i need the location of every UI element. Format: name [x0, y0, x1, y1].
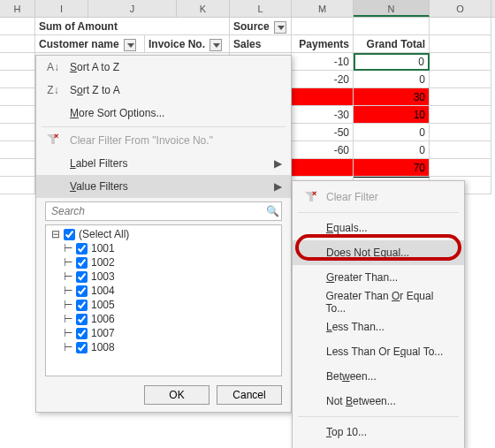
- filter-less-than-or-equal[interactable]: Less Than Or Equal To...: [293, 339, 464, 364]
- source-filter-dropdown[interactable]: [274, 21, 286, 34]
- table-cell[interactable]: -10: [292, 53, 354, 71]
- col-o[interactable]: O: [430, 0, 491, 17]
- filter-less-than[interactable]: Less Than...: [293, 315, 464, 339]
- filter-checklist[interactable]: ⊟ (Select All) ⊢1001 ⊢1002 ⊢1003 ⊢1004 ⊢…: [45, 224, 282, 376]
- col-h[interactable]: H: [0, 0, 35, 17]
- list-item[interactable]: ⊢1003: [46, 270, 281, 284]
- search-box[interactable]: 🔍: [45, 201, 282, 221]
- table-cell[interactable]: -50: [292, 124, 354, 141]
- list-item[interactable]: ⊢1008: [46, 340, 281, 354]
- table-cell[interactable]: 0: [354, 71, 430, 88]
- cancel-button[interactable]: Cancel: [217, 385, 282, 405]
- filter-greater-than[interactable]: Greater Than...: [293, 265, 464, 290]
- filter-does-not-equal[interactable]: Does Not Equal...: [293, 240, 464, 265]
- sort-z-to-a[interactable]: Z↓ Sort Z to A: [36, 79, 291, 102]
- source-label: Source: [230, 18, 292, 35]
- customer-name-label: Customer name: [35, 35, 145, 53]
- label-filters[interactable]: Label Filters ▶: [36, 152, 291, 175]
- filter-menu: A↓ Sort A to Z Z↓ Sort Z to A More Sort …: [35, 55, 292, 413]
- chevron-right-icon: ▶: [274, 180, 282, 193]
- col-n[interactable]: N: [354, 0, 430, 17]
- payments-header: Payments: [292, 35, 354, 53]
- clear-funnel-icon: ×: [47, 134, 59, 145]
- col-l[interactable]: L: [230, 0, 292, 17]
- filter-not-between[interactable]: Not Between...: [293, 389, 464, 414]
- sum-of-amount-label: Sum of Amount: [35, 18, 230, 35]
- select-all-row[interactable]: ⊟ (Select All): [46, 227, 281, 241]
- filter-equals[interactable]: Equals...: [293, 216, 464, 240]
- col-j[interactable]: J: [88, 0, 177, 17]
- table-cell[interactable]: 0: [354, 124, 430, 141]
- customer-filter-dropdown[interactable]: [124, 39, 136, 51]
- col-k[interactable]: K: [177, 0, 230, 17]
- sales-header: Sales: [230, 35, 292, 53]
- list-item[interactable]: ⊢1007: [46, 326, 281, 340]
- sort-a-to-z[interactable]: A↓ Sort A to Z: [36, 56, 291, 79]
- table-cell[interactable]: -30: [292, 106, 354, 124]
- column-headers: H I J K L M N O: [0, 0, 495, 18]
- sort-asc-icon: A↓: [45, 61, 61, 73]
- select-all-checkbox[interactable]: [64, 229, 75, 240]
- clear-filter: × Clear Filter: [293, 185, 464, 209]
- chevron-right-icon: ▶: [274, 157, 282, 170]
- more-sort-options[interactable]: More Sort Options...: [36, 102, 291, 125]
- invoice-no-label: Invoice No.: [145, 35, 230, 53]
- search-input[interactable]: [46, 205, 263, 217]
- clear-filter-from: × Clear Filter From "Invoice No.": [36, 129, 291, 152]
- list-item[interactable]: ⊢1002: [46, 255, 281, 270]
- table-cell[interactable]: [292, 88, 354, 106]
- table-cell[interactable]: 10: [354, 106, 430, 124]
- table-cell[interactable]: 0: [354, 141, 430, 159]
- list-item[interactable]: ⊢1004: [46, 284, 281, 298]
- ok-button[interactable]: OK: [144, 385, 209, 405]
- sort-desc-icon: Z↓: [45, 84, 61, 96]
- list-item[interactable]: ⊢1006: [46, 312, 281, 326]
- invoice-filter-dropdown[interactable]: [209, 39, 222, 51]
- value-filters-submenu: × Clear Filter Equals... Does Not Equal.…: [292, 180, 465, 448]
- list-item[interactable]: ⊢1005: [46, 298, 281, 312]
- table-cell[interactable]: -60: [292, 141, 354, 159]
- table-cell[interactable]: 30: [354, 88, 430, 106]
- table-cell[interactable]: 70: [354, 159, 430, 177]
- filter-greater-than-or-equal[interactable]: Greater Than Or Equal To...: [293, 290, 464, 315]
- filter-top-10[interactable]: Top 10...: [293, 420, 464, 444]
- selected-cell[interactable]: 0: [354, 53, 430, 71]
- col-m[interactable]: M: [292, 0, 354, 17]
- table-cell[interactable]: [292, 159, 354, 177]
- list-item[interactable]: ⊢1001: [46, 241, 281, 255]
- grandtotal-header: Grand Total: [354, 35, 430, 53]
- search-icon: 🔍: [263, 205, 281, 217]
- col-i[interactable]: I: [35, 0, 88, 17]
- clear-funnel-icon: ×: [305, 192, 317, 202]
- filter-between[interactable]: Between...: [293, 364, 464, 389]
- table-cell[interactable]: -20: [292, 71, 354, 88]
- value-filters[interactable]: Value Filters ▶: [36, 175, 291, 198]
